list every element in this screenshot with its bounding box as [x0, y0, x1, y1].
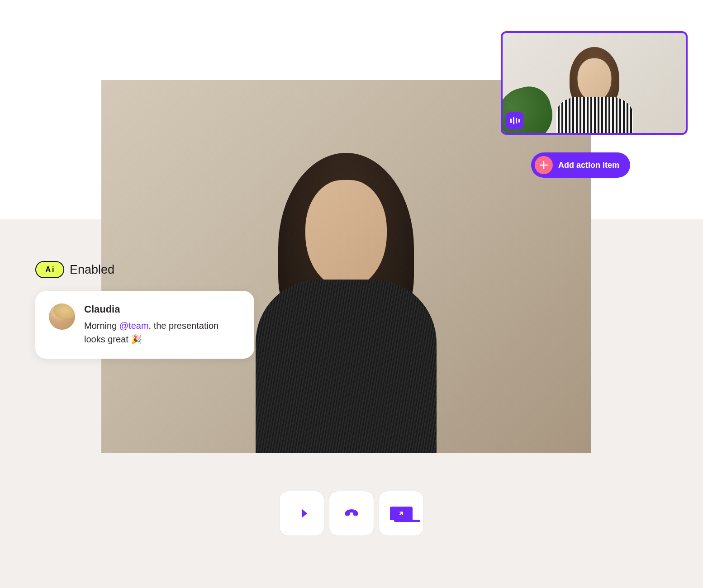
ai-enabled-label: Enabled: [70, 263, 114, 277]
screen-share-icon: [390, 507, 413, 520]
call-control-bar: [279, 491, 424, 536]
screen-share-button[interactable]: [379, 491, 424, 536]
chat-mention[interactable]: @team: [119, 321, 149, 331]
audio-activity-icon: [506, 112, 523, 129]
chat-message-card: Claudia Morning @team, the presentation …: [35, 291, 254, 359]
plus-icon: [535, 156, 553, 174]
video-toggle-button[interactable]: [279, 491, 324, 536]
ai-enabled-badge: A i Enabled: [35, 261, 114, 278]
add-action-item-label: Add action item: [558, 161, 619, 170]
end-call-button[interactable]: [329, 491, 374, 536]
main-participant-video: [260, 135, 432, 361]
chat-avatar: [49, 303, 75, 330]
chat-sender-name: Claudia: [84, 303, 241, 315]
main-video-feed: [101, 80, 591, 453]
add-action-item-button[interactable]: Add action item: [531, 152, 630, 178]
pip-participant-video: [560, 43, 628, 133]
pip-video-feed[interactable]: [501, 31, 688, 135]
ai-icon: A i: [35, 261, 64, 278]
phone-hangup-icon: [342, 503, 361, 524]
chat-message-text: Morning @team, the presentation looks gr…: [84, 319, 241, 346]
